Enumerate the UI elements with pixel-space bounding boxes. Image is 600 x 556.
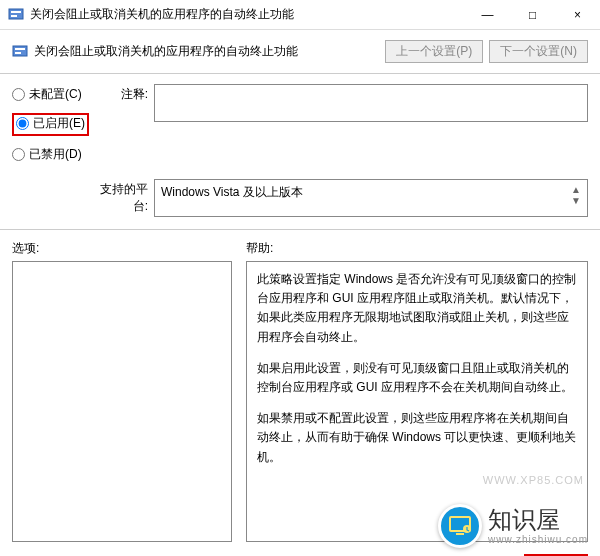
radio-disabled[interactable]: 已禁用(D) [12, 146, 98, 163]
supported-label: 支持的平台: [98, 179, 154, 217]
svg-rect-4 [15, 48, 25, 50]
brand-name: 知识屋 [488, 507, 588, 533]
radio-enabled-highlight: 已启用(E) [12, 113, 89, 136]
brand-text-wrap: 知识屋 www.zhishiwu.com [488, 507, 588, 544]
svg-rect-5 [15, 52, 21, 54]
header: 关闭会阻止或取消关机的应用程序的自动终止功能 上一个设置(P) 下一个设置(N) [0, 30, 600, 74]
radio-enabled[interactable]: 已启用(E) [16, 115, 85, 132]
maximize-button[interactable]: □ [510, 0, 555, 30]
svg-rect-3 [13, 46, 27, 56]
radio-not-configured[interactable]: 未配置(C) [12, 86, 98, 103]
minimize-button[interactable]: — [465, 0, 510, 30]
policy-icon [12, 44, 28, 60]
brand-icon [438, 504, 482, 548]
chevron-up-down-icon[interactable]: ▲▼ [571, 184, 581, 206]
policy-name: 关闭会阻止或取消关机的应用程序的自动终止功能 [34, 43, 379, 60]
svg-rect-2 [11, 15, 17, 17]
brand-logo-overlay: 知识屋 www.zhishiwu.com [438, 504, 588, 548]
radio-not-configured-input[interactable] [12, 88, 25, 101]
help-text-paragraph: 如果禁用或不配置此设置，则这些应用程序将在关机期间自动终止，从而有助于确保 Wi… [257, 409, 577, 467]
lower-panel: 选项: 帮助: 此策略设置指定 Windows 是否允许没有可见顶级窗口的控制台… [0, 230, 600, 546]
supported-platforms-text: Windows Vista 及以上版本 [161, 184, 303, 201]
help-text-paragraph: 如果启用此设置，则没有可见顶级窗口且阻止或取消关机的控制台应用程序或 GUI 应… [257, 359, 577, 397]
comment-label: 注释: [98, 84, 154, 173]
comment-textarea[interactable] [154, 84, 588, 122]
radio-enabled-input[interactable] [16, 117, 29, 130]
next-setting-button[interactable]: 下一个设置(N) [489, 40, 588, 63]
svg-rect-7 [456, 533, 464, 535]
state-radio-group: 未配置(C) 已启用(E) 已禁用(D) [12, 84, 98, 173]
close-button[interactable]: × [555, 0, 600, 30]
config-area: 未配置(C) 已启用(E) 已禁用(D) 注释: 支持的平台: Windows … [0, 74, 600, 230]
brand-url: www.zhishiwu.com [488, 534, 588, 545]
options-box [12, 261, 232, 542]
help-label: 帮助: [246, 240, 588, 257]
previous-setting-button[interactable]: 上一个设置(P) [385, 40, 483, 63]
policy-icon [8, 7, 24, 23]
svg-rect-1 [11, 11, 21, 13]
titlebar: 关闭会阻止或取消关机的应用程序的自动终止功能 — □ × [0, 0, 600, 30]
help-text-paragraph: 此策略设置指定 Windows 是否允许没有可见顶级窗口的控制台应用程序和 GU… [257, 270, 577, 347]
options-label: 选项: [12, 240, 232, 257]
help-box: 此策略设置指定 Windows 是否允许没有可见顶级窗口的控制台应用程序和 GU… [246, 261, 588, 542]
radio-disabled-input[interactable] [12, 148, 25, 161]
supported-platforms-box: Windows Vista 及以上版本 ▲▼ [154, 179, 588, 217]
watermark-text: WWW.XP85.COM [483, 474, 584, 486]
window-title: 关闭会阻止或取消关机的应用程序的自动终止功能 [30, 6, 465, 23]
svg-rect-0 [9, 9, 23, 19]
